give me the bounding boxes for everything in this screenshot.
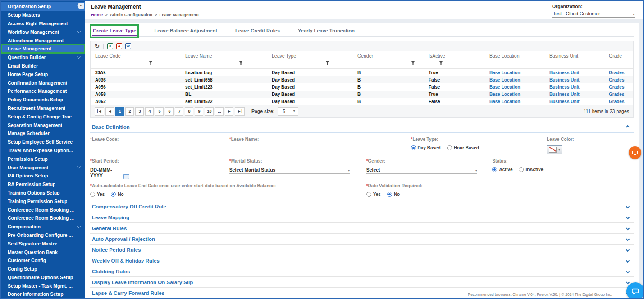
tab-leave-balance-adjustment[interactable]: Leave Balance Adjustment (153, 26, 218, 36)
sidebar-item-separation-management[interactable]: Separation Management (1, 121, 85, 129)
pager-page-8[interactable]: 8 (185, 107, 193, 116)
breadcrumb-home-link[interactable]: Home (91, 12, 103, 17)
base-location-cell[interactable]: Base Location (489, 85, 548, 90)
day-based-radio[interactable] (411, 145, 416, 150)
sidebar-item-email-builder[interactable]: Email Builder (1, 62, 85, 70)
section-header-notice-period-rules[interactable]: Notice Period Rules (90, 245, 634, 255)
business-unit-cell[interactable]: Business Unit (548, 92, 608, 97)
section-header-display-leave-information-on-salary-slip[interactable]: Display Leave Information On Salary Slip (90, 277, 634, 288)
section-header-general-rules[interactable]: General Rules (90, 223, 634, 234)
pager-page-[interactable]: ... (215, 107, 224, 116)
base-location-cell[interactable]: Base Location (489, 77, 548, 82)
sidebar-item-setup-config-change-trac[interactable]: Setup & Config Change Trac... (1, 112, 85, 121)
business-unit-cell[interactable]: Business Unit (548, 85, 608, 90)
sidebar-item-permission-setup[interactable]: Permission Setup (1, 154, 85, 163)
sidebar-item-training-permission-setup[interactable]: Training Permission Setup (1, 197, 85, 205)
auto-calc-no-radio[interactable] (111, 192, 116, 197)
gender-select[interactable]: Select ▾ (366, 167, 477, 174)
sidebar-item-ra-options-setup[interactable]: RA Options Setup (1, 172, 85, 180)
sidebar-item-workflow-management[interactable]: Workflow Management (1, 27, 85, 36)
sidebar-item-setup-master-task-mgmt[interactable]: Setup Master - Task Mgmt. ... (1, 281, 85, 290)
sidebar-item-pre-onboarding-configure[interactable]: Pre-Onboarding Configure ... (1, 231, 85, 240)
section-header-auto-approval-rejection[interactable]: Auto Approval / Rejection (90, 234, 634, 245)
sidebar-item-performance-management[interactable]: Performance Management (1, 87, 85, 95)
sidebar-item-setup-masters[interactable]: Setup Masters (1, 11, 85, 19)
feedback-fab-button[interactable] (629, 146, 641, 159)
sidebar-item-setup-employee-self-service[interactable]: Setup Employee Self Service (1, 138, 85, 146)
section-header-leave-mapping[interactable]: Leave Mapping (90, 212, 634, 223)
leave-name-input[interactable] (229, 145, 389, 152)
export-excel-icon[interactable]: X (107, 43, 113, 49)
filter-input[interactable] (185, 60, 233, 66)
sidebar-item-compensation[interactable]: Compensation (1, 222, 85, 231)
filter-button[interactable] (437, 61, 445, 66)
pager-page-5[interactable]: 5 (155, 107, 164, 116)
filter-input[interactable] (272, 60, 320, 66)
business-unit-cell[interactable]: Business Unit (548, 99, 608, 104)
date-validation-no-radio[interactable] (387, 192, 392, 197)
sidebar-item-question-builder[interactable]: Question Builder (1, 53, 85, 62)
refresh-icon[interactable]: ↻ (95, 43, 100, 49)
date-validation-yes-radio[interactable] (366, 192, 371, 197)
pager-first-button[interactable]: |◄ (95, 107, 104, 116)
sidebar-item-user-management[interactable]: User Management (1, 163, 85, 172)
tab-yearly-leave-truncation[interactable]: Yearly Leave Truncation (297, 26, 356, 36)
base-location-cell[interactable]: Base Location (489, 99, 548, 104)
filter-input[interactable] (95, 60, 143, 66)
grade-cell[interactable]: Grades (608, 99, 630, 104)
sidebar-item-policy-documents-setup[interactable]: Policy Documents Setup (1, 95, 85, 104)
organization-select[interactable]: Test - Cloud Customer ▾ (552, 9, 635, 18)
sidebar-item-recruitment-management[interactable]: Recruitment Management (1, 104, 85, 113)
sidebar-item-config-setup[interactable]: Config Setup (1, 265, 85, 273)
filter-button[interactable] (237, 61, 245, 66)
calendar-icon[interactable] (123, 174, 129, 179)
section-header-weekly-off-holiday-rules[interactable]: Weekly Off & Holiday Rules (90, 255, 634, 266)
sidebar-item-ra-permission-setup[interactable]: RA Permission Setup (1, 180, 85, 189)
active-radio[interactable] (492, 167, 497, 172)
sidebar-item-leave-management[interactable]: Leave Management (1, 45, 85, 53)
pager-page-3[interactable]: 3 (135, 107, 144, 116)
sidebar-item-seal-signature-master[interactable]: Seal/Signature Master (1, 239, 85, 248)
sidebar-item-confirmation-management[interactable]: Confirmation Management (1, 78, 85, 87)
section-header-clubbing-rules[interactable]: Clubbing Rules (90, 266, 634, 277)
sidebar-item-customer-config[interactable]: Customer Config (1, 256, 85, 265)
business-unit-cell[interactable]: Business Unit (548, 77, 608, 82)
filter-button[interactable] (147, 61, 155, 66)
tab-create-leave-type[interactable]: Create Leave Type (92, 26, 137, 36)
sidebar-item-training-options-setup[interactable]: Training Options Setup (1, 189, 85, 197)
hour-based-radio[interactable] (447, 145, 452, 150)
section-header-compensatory-off-credit-rule[interactable]: Compensatory Off Credit Rule (90, 201, 634, 212)
leave-color-picker[interactable]: ▾ (547, 145, 562, 154)
filter-button[interactable] (409, 61, 417, 66)
business-unit-cell[interactable]: Business Unit (548, 70, 608, 75)
sidebar-item-organization-setup[interactable]: Organization Setup (1, 2, 85, 11)
isactive-filter-checkbox[interactable] (429, 62, 433, 66)
pager-page-1[interactable]: 1 (115, 107, 124, 116)
section-header-base-definition[interactable]: Base Definition (90, 122, 634, 133)
pager-page-10[interactable]: 10 (205, 107, 214, 116)
sidebar-item-questionnaire-options-setup[interactable]: Questionnaire Options Setup (1, 273, 85, 282)
pager-page-7[interactable]: 7 (175, 107, 183, 116)
sidebar-item-attendance-management[interactable]: Attendance Management (1, 36, 85, 45)
pager-page-6[interactable]: 6 (165, 107, 174, 116)
sidebar-item-home-page-setup[interactable]: Home Page Setup (1, 70, 85, 78)
grade-cell[interactable]: Grades (608, 77, 630, 82)
export-pdf-icon[interactable]: A (116, 43, 122, 49)
grade-cell[interactable]: Grades (608, 85, 630, 90)
sidebar-item-manage-scheduler[interactable]: Manage Scheduler (1, 129, 85, 138)
auto-calc-yes-radio[interactable] (90, 192, 95, 197)
pager-prev-button[interactable]: ◄ (105, 107, 114, 116)
pager-page-9[interactable]: 9 (195, 107, 203, 116)
filter-button[interactable] (324, 61, 331, 66)
sidebar-item-conference-room-booking[interactable]: Conference Room Booking ... (1, 214, 85, 222)
filter-input[interactable] (357, 60, 405, 66)
base-location-cell[interactable]: Base Location (489, 70, 548, 75)
marital-status-select[interactable]: Select Marital Status ▾ (229, 167, 350, 174)
base-location-cell[interactable]: Base Location (489, 92, 548, 97)
sidebar-item-donor-information-setup[interactable]: Donor Information Setup (1, 290, 85, 298)
sidebar-item-master-question-bank[interactable]: Master Question Bank (1, 248, 85, 256)
sidebar-item-travel-and-expense-option[interactable]: Travel And Expense Option... (1, 146, 85, 155)
grade-cell[interactable]: Grades (608, 92, 630, 97)
pager-last-button[interactable]: ►| (235, 107, 244, 116)
sidebar-item-access-right-management[interactable]: Access Right Management (1, 19, 85, 28)
